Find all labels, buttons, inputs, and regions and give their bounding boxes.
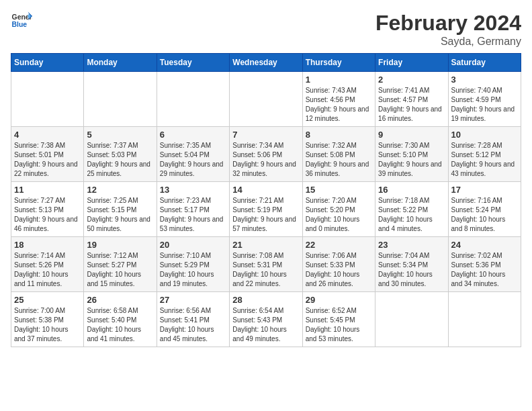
day-number: 8	[306, 130, 372, 140]
day-info: Sunrise: 7:10 AM Sunset: 5:29 PM Dayligh…	[160, 251, 226, 289]
page-header: General Blue February 2024 Sayda, German…	[11, 11, 521, 48]
day-number: 1	[306, 75, 372, 85]
subtitle: Sayda, Germany	[375, 36, 521, 48]
day-number: 15	[306, 185, 372, 195]
calendar-table: SundayMondayTuesdayWednesdayThursdayFrid…	[11, 53, 521, 347]
day-info: Sunrise: 7:04 AM Sunset: 5:34 PM Dayligh…	[378, 251, 445, 289]
day-info: Sunrise: 7:37 AM Sunset: 5:03 PM Dayligh…	[87, 141, 153, 179]
weekday-header-monday: Monday	[84, 54, 157, 72]
day-info: Sunrise: 7:43 AM Sunset: 4:56 PM Dayligh…	[306, 86, 372, 124]
day-info: Sunrise: 7:25 AM Sunset: 5:15 PM Dayligh…	[87, 196, 153, 234]
calendar-week-1: 4Sunrise: 7:38 AM Sunset: 5:01 PM Daylig…	[11, 127, 521, 182]
weekday-header-wednesday: Wednesday	[230, 54, 302, 72]
calendar-cell	[375, 292, 448, 347]
day-number: 16	[378, 185, 445, 195]
calendar-cell: 15Sunrise: 7:20 AM Sunset: 5:20 PM Dayli…	[302, 182, 375, 237]
calendar-week-4: 25Sunrise: 7:00 AM Sunset: 5:38 PM Dayli…	[11, 292, 521, 347]
calendar-cell: 9Sunrise: 7:30 AM Sunset: 5:10 PM Daylig…	[375, 127, 448, 182]
calendar-week-3: 18Sunrise: 7:14 AM Sunset: 5:26 PM Dayli…	[11, 237, 521, 292]
weekday-header-friday: Friday	[375, 54, 448, 72]
day-info: Sunrise: 6:56 AM Sunset: 5:41 PM Dayligh…	[160, 306, 226, 344]
calendar-cell	[230, 72, 302, 127]
day-info: Sunrise: 6:58 AM Sunset: 5:40 PM Dayligh…	[87, 306, 153, 344]
day-number: 29	[306, 295, 372, 305]
title-section: February 2024 Sayda, Germany	[375, 11, 521, 48]
calendar-cell: 1Sunrise: 7:43 AM Sunset: 4:56 PM Daylig…	[302, 72, 375, 127]
calendar-week-0: 1Sunrise: 7:43 AM Sunset: 4:56 PM Daylig…	[11, 72, 521, 127]
day-number: 3	[451, 75, 518, 85]
calendar-cell: 19Sunrise: 7:12 AM Sunset: 5:27 PM Dayli…	[84, 237, 157, 292]
svg-text:Blue: Blue	[12, 21, 28, 28]
calendar-cell: 13Sunrise: 7:23 AM Sunset: 5:17 PM Dayli…	[157, 182, 229, 237]
day-info: Sunrise: 6:54 AM Sunset: 5:43 PM Dayligh…	[232, 306, 299, 344]
day-info: Sunrise: 7:38 AM Sunset: 5:01 PM Dayligh…	[14, 141, 81, 179]
day-info: Sunrise: 7:08 AM Sunset: 5:31 PM Dayligh…	[232, 251, 299, 289]
day-info: Sunrise: 7:12 AM Sunset: 5:27 PM Dayligh…	[87, 251, 153, 289]
calendar-cell: 27Sunrise: 6:56 AM Sunset: 5:41 PM Dayli…	[157, 292, 229, 347]
day-number: 14	[232, 185, 299, 195]
day-info: Sunrise: 7:34 AM Sunset: 5:06 PM Dayligh…	[232, 141, 299, 179]
calendar-body: 1Sunrise: 7:43 AM Sunset: 4:56 PM Daylig…	[11, 72, 521, 347]
calendar-cell: 2Sunrise: 7:41 AM Sunset: 4:57 PM Daylig…	[375, 72, 448, 127]
day-info: Sunrise: 7:16 AM Sunset: 5:24 PM Dayligh…	[451, 196, 518, 234]
day-info: Sunrise: 7:21 AM Sunset: 5:19 PM Dayligh…	[232, 196, 299, 234]
day-info: Sunrise: 7:40 AM Sunset: 4:59 PM Dayligh…	[451, 86, 518, 124]
day-number: 13	[160, 185, 226, 195]
calendar-cell: 18Sunrise: 7:14 AM Sunset: 5:26 PM Dayli…	[11, 237, 84, 292]
calendar-week-2: 11Sunrise: 7:27 AM Sunset: 5:13 PM Dayli…	[11, 182, 521, 237]
calendar-cell: 26Sunrise: 6:58 AM Sunset: 5:40 PM Dayli…	[84, 292, 157, 347]
day-info: Sunrise: 7:30 AM Sunset: 5:10 PM Dayligh…	[378, 141, 445, 179]
day-number: 2	[378, 75, 445, 85]
day-info: Sunrise: 7:35 AM Sunset: 5:04 PM Dayligh…	[160, 141, 226, 179]
day-info: Sunrise: 7:00 AM Sunset: 5:38 PM Dayligh…	[14, 306, 81, 344]
day-number: 17	[451, 185, 518, 195]
calendar-cell: 5Sunrise: 7:37 AM Sunset: 5:03 PM Daylig…	[84, 127, 157, 182]
calendar-cell: 21Sunrise: 7:08 AM Sunset: 5:31 PM Dayli…	[230, 237, 302, 292]
day-number: 23	[378, 240, 445, 250]
day-number: 25	[14, 295, 81, 305]
day-number: 27	[160, 295, 226, 305]
calendar-cell: 10Sunrise: 7:28 AM Sunset: 5:12 PM Dayli…	[448, 127, 521, 182]
calendar-cell: 28Sunrise: 6:54 AM Sunset: 5:43 PM Dayli…	[230, 292, 302, 347]
weekday-header-tuesday: Tuesday	[157, 54, 229, 72]
day-number: 18	[14, 240, 81, 250]
day-number: 22	[306, 240, 372, 250]
day-number: 4	[14, 130, 81, 140]
day-number: 24	[451, 240, 518, 250]
day-info: Sunrise: 7:41 AM Sunset: 4:57 PM Dayligh…	[378, 86, 445, 124]
calendar-cell: 4Sunrise: 7:38 AM Sunset: 5:01 PM Daylig…	[11, 127, 84, 182]
calendar-cell: 7Sunrise: 7:34 AM Sunset: 5:06 PM Daylig…	[230, 127, 302, 182]
day-number: 10	[451, 130, 518, 140]
day-number: 5	[87, 130, 153, 140]
calendar-cell	[84, 72, 157, 127]
day-number: 6	[160, 130, 226, 140]
calendar-cell: 25Sunrise: 7:00 AM Sunset: 5:38 PM Dayli…	[11, 292, 84, 347]
calendar-cell: 11Sunrise: 7:27 AM Sunset: 5:13 PM Dayli…	[11, 182, 84, 237]
day-number: 20	[160, 240, 226, 250]
calendar-cell: 20Sunrise: 7:10 AM Sunset: 5:29 PM Dayli…	[157, 237, 229, 292]
day-number: 26	[87, 295, 153, 305]
calendar-cell	[157, 72, 229, 127]
calendar-cell	[448, 292, 521, 347]
day-info: Sunrise: 7:20 AM Sunset: 5:20 PM Dayligh…	[306, 196, 372, 234]
calendar-cell: 29Sunrise: 6:52 AM Sunset: 5:45 PM Dayli…	[302, 292, 375, 347]
day-number: 12	[87, 185, 153, 195]
day-info: Sunrise: 7:14 AM Sunset: 5:26 PM Dayligh…	[14, 251, 81, 289]
calendar-cell: 14Sunrise: 7:21 AM Sunset: 5:19 PM Dayli…	[230, 182, 302, 237]
day-info: Sunrise: 6:52 AM Sunset: 5:45 PM Dayligh…	[306, 306, 372, 344]
day-number: 9	[378, 130, 445, 140]
weekday-header-sunday: Sunday	[11, 54, 84, 72]
logo-icon: General Blue	[11, 11, 32, 30]
weekday-header-saturday: Saturday	[448, 54, 521, 72]
calendar-cell: 8Sunrise: 7:32 AM Sunset: 5:08 PM Daylig…	[302, 127, 375, 182]
weekday-header-thursday: Thursday	[302, 54, 375, 72]
day-info: Sunrise: 7:28 AM Sunset: 5:12 PM Dayligh…	[451, 141, 518, 179]
calendar-cell: 24Sunrise: 7:02 AM Sunset: 5:36 PM Dayli…	[448, 237, 521, 292]
calendar-cell	[11, 72, 84, 127]
calendar-cell: 3Sunrise: 7:40 AM Sunset: 4:59 PM Daylig…	[448, 72, 521, 127]
calendar-cell: 12Sunrise: 7:25 AM Sunset: 5:15 PM Dayli…	[84, 182, 157, 237]
day-info: Sunrise: 7:06 AM Sunset: 5:33 PM Dayligh…	[306, 251, 372, 289]
day-info: Sunrise: 7:27 AM Sunset: 5:13 PM Dayligh…	[14, 196, 81, 234]
weekday-header-row: SundayMondayTuesdayWednesdayThursdayFrid…	[11, 54, 521, 72]
day-number: 28	[232, 295, 299, 305]
